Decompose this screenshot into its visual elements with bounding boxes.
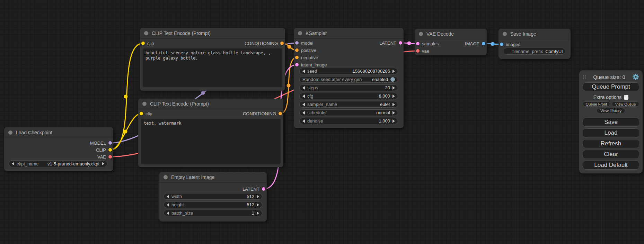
input-slot-clip: clip [141, 40, 154, 46]
ckpt-name-widget[interactable]: ckpt_name v1-5-pruned-emaonly.ckpt [9, 160, 107, 167]
node-title-bar[interactable]: VAE Decode [415, 29, 487, 39]
width-widget[interactable]: width 512 [164, 193, 262, 200]
decrement-arrow-icon[interactable] [302, 86, 305, 90]
link-dot-model [201, 91, 205, 95]
load-button[interactable]: Load [583, 128, 639, 137]
widget-label: ckpt_name [17, 161, 39, 166]
load-default-button[interactable]: Load Default [583, 161, 639, 170]
cfg-widget[interactable]: cfg 8.000 [299, 93, 398, 99]
input-slot-samples: samples [416, 41, 439, 46]
widget-label: steps [307, 85, 318, 90]
decrement-arrow-icon[interactable] [302, 119, 305, 123]
collapse-toggle-icon[interactable] [164, 175, 168, 179]
clip-input-dot[interactable] [141, 42, 145, 45]
height-widget[interactable]: height 512 [164, 201, 262, 208]
node-save-image[interactable]: Save Image images filename_prefix ComfyU… [499, 29, 571, 59]
denoise-widget[interactable]: denoise 1.000 [299, 118, 398, 124]
decrement-arrow-icon[interactable] [167, 195, 169, 198]
increment-arrow-icon[interactable] [392, 111, 395, 115]
decrement-arrow-icon[interactable] [302, 111, 305, 115]
clear-button[interactable]: Clear [583, 150, 639, 159]
node-title-bar[interactable]: KSampler [294, 28, 404, 39]
toggle-on-icon[interactable] [390, 77, 395, 82]
latent-output-dot[interactable] [399, 41, 402, 45]
node-clip-text-encode-negative[interactable]: CLIP Text Encode (Prompt) clip CONDITION… [138, 99, 283, 167]
settings-gear-icon[interactable] [632, 73, 639, 80]
increment-arrow-icon[interactable] [257, 195, 259, 198]
refresh-button[interactable]: Refresh [583, 139, 639, 148]
sampler-name-widget[interactable]: sampler_name euler [299, 101, 398, 108]
queue-prompt-button[interactable]: Queue Prompt [583, 82, 639, 91]
drag-handle-icon[interactable] [583, 74, 586, 80]
node-title-bar[interactable]: Load Checkpoint [4, 127, 113, 138]
clip-input-dot[interactable] [140, 112, 143, 115]
node-title-bar[interactable]: Save Image [499, 29, 571, 39]
widget-label: scheduler [307, 110, 327, 115]
negative-prompt-textarea[interactable]: text, watermark [141, 119, 281, 164]
slot-label: model [301, 40, 313, 46]
view-queue-button[interactable]: View Queue [612, 101, 639, 107]
view-history-button[interactable]: View History [597, 108, 625, 113]
latent-output-dot[interactable] [262, 187, 265, 191]
vae-output-dot[interactable] [108, 155, 112, 159]
images-input-dot[interactable] [500, 43, 503, 46]
decrement-arrow-icon[interactable] [12, 162, 14, 165]
queue-front-button[interactable]: Queue Front [583, 101, 610, 107]
node-title: VAE Decode [426, 31, 454, 37]
steps-widget[interactable]: steps 20 [299, 84, 398, 91]
negative-input-dot[interactable] [295, 56, 299, 59]
collapse-toggle-icon[interactable] [8, 130, 12, 135]
model-output-dot[interactable] [108, 141, 112, 145]
collapse-toggle-icon[interactable] [503, 32, 507, 36]
batch-size-widget[interactable]: batch_size 1 [164, 210, 262, 216]
increment-arrow-icon[interactable] [102, 162, 104, 165]
graph-canvas[interactable]: Load Checkpoint MODEL CLIP VAE ckpt_name… [0, 0, 644, 244]
widget-value: euler [380, 102, 390, 107]
latent-image-input-dot[interactable] [295, 63, 299, 66]
positive-prompt-textarea[interactable]: beautiful scenery nature glass bottle la… [143, 48, 282, 87]
increment-arrow-icon[interactable] [392, 70, 395, 73]
scheduler-widget[interactable]: scheduler normal [299, 109, 398, 116]
collapse-toggle-icon[interactable] [419, 32, 423, 36]
samples-input-dot[interactable] [416, 42, 420, 45]
widget-value: enabled [372, 77, 388, 82]
node-empty-latent-image[interactable]: Empty Latent Image LATENT width 512 heig… [159, 172, 267, 222]
image-output-dot[interactable] [482, 42, 485, 45]
decrement-arrow-icon[interactable] [302, 70, 305, 73]
node-title-bar[interactable]: CLIP Text Encode (Prompt) [138, 99, 283, 109]
node-ksampler[interactable]: KSampler model positive negative latent_… [294, 28, 404, 128]
node-clip-text-encode-positive[interactable]: CLIP Text Encode (Prompt) clip CONDITION… [140, 28, 285, 91]
clip-output-dot[interactable] [108, 148, 112, 152]
collapse-toggle-icon[interactable] [144, 31, 148, 35]
collapse-toggle-icon[interactable] [298, 31, 302, 35]
random-seed-toggle-widget[interactable]: Random seed after every gen enabled [299, 76, 398, 83]
link-dot-clip-positive [124, 95, 128, 99]
decrement-arrow-icon[interactable] [302, 103, 305, 106]
increment-arrow-icon[interactable] [392, 119, 395, 123]
queue-panel: Queue size: 0 Queue Prompt Extra options… [579, 70, 643, 173]
node-vae-decode[interactable]: VAE Decode samples vae IMAGE [415, 29, 487, 55]
seed-widget[interactable]: seed 156680208700286 [299, 68, 398, 74]
conditioning-output-dot[interactable] [280, 42, 284, 45]
increment-arrow-icon[interactable] [392, 86, 395, 90]
increment-arrow-icon[interactable] [257, 203, 259, 207]
extra-options-checkbox[interactable] [624, 95, 628, 100]
decrement-arrow-icon[interactable] [167, 203, 169, 207]
link-dot-cond-positive [288, 45, 291, 49]
increment-arrow-icon[interactable] [392, 103, 395, 106]
collapse-toggle-icon[interactable] [142, 102, 147, 106]
input-slot-positive: positive [295, 47, 316, 53]
node-title-bar[interactable]: CLIP Text Encode (Prompt) [140, 28, 285, 39]
decrement-arrow-icon[interactable] [302, 94, 305, 98]
vae-input-dot[interactable] [416, 49, 420, 53]
increment-arrow-icon[interactable] [257, 211, 259, 215]
filename-prefix-widget[interactable]: filename_prefix ComfyUI [503, 48, 565, 55]
conditioning-output-dot[interactable] [279, 112, 282, 115]
positive-input-dot[interactable] [295, 48, 299, 52]
node-title-bar[interactable]: Empty Latent Image [159, 172, 267, 183]
decrement-arrow-icon[interactable] [167, 211, 169, 215]
save-button[interactable]: Save [583, 118, 639, 127]
increment-arrow-icon[interactable] [392, 94, 395, 98]
node-load-checkpoint[interactable]: Load Checkpoint MODEL CLIP VAE ckpt_name… [4, 127, 113, 171]
model-input-dot[interactable] [295, 41, 299, 45]
